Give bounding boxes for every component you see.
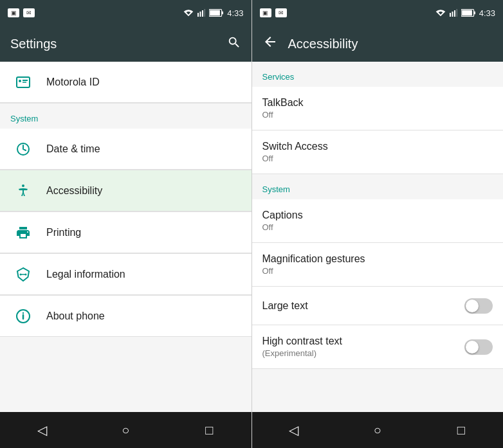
recent-button-left[interactable]: □ bbox=[190, 412, 228, 448]
back-button-right[interactable]: ◁ bbox=[275, 412, 313, 448]
notification-icon-2: ✉ bbox=[23, 8, 35, 17]
printing-text: Printing bbox=[46, 227, 81, 238]
right-panel: ▣ ✉ 4:33 Accessibility Services TalkBack… bbox=[252, 0, 504, 448]
large-text-toggle[interactable] bbox=[464, 298, 493, 314]
large-text-title: Large text bbox=[262, 300, 308, 312]
switch-access-text: Switch Access Off bbox=[262, 141, 328, 163]
list-item-accessibility[interactable]: Accessibility bbox=[0, 170, 252, 211]
svg-point-12 bbox=[22, 184, 24, 187]
about-text: About phone bbox=[46, 310, 105, 322]
time-left: 4:33 bbox=[227, 8, 243, 18]
large-text-text: Large text bbox=[262, 300, 308, 312]
svg-rect-6 bbox=[210, 10, 220, 16]
home-button-left[interactable]: ○ bbox=[106, 412, 145, 448]
search-icon[interactable] bbox=[227, 35, 241, 53]
high-contrast-toggle[interactable] bbox=[464, 339, 493, 355]
svg-rect-24 bbox=[473, 12, 475, 15]
list-item-printing[interactable]: Printing bbox=[0, 212, 252, 253]
svg-point-18 bbox=[23, 312, 24, 313]
svg-rect-1 bbox=[200, 12, 201, 17]
captions-sub: Off bbox=[262, 222, 303, 232]
top-bar-right: Accessibility bbox=[252, 26, 504, 62]
talkback-sub: Off bbox=[262, 110, 304, 120]
list-item-motorola-id[interactable]: Motorola ID bbox=[0, 62, 252, 103]
status-icons-left: ▣ ✉ bbox=[8, 8, 35, 17]
magnification-title: Magnification gestures bbox=[262, 253, 365, 265]
list-item-about[interactable]: About phone bbox=[0, 296, 252, 337]
time-right: 4:33 bbox=[479, 8, 495, 18]
high-contrast-sub: (Experimental) bbox=[262, 348, 343, 358]
switch-access-title: Switch Access bbox=[262, 141, 328, 152]
svg-rect-5 bbox=[222, 12, 223, 15]
bottom-nav-left: ◁ ○ □ bbox=[0, 412, 252, 448]
battery-icon bbox=[209, 9, 223, 17]
page-title-left: Settings bbox=[10, 37, 227, 51]
left-panel: ▣ ✉ 4:33 Settings Motorola ID System bbox=[0, 0, 252, 448]
list-item-date-time[interactable]: Date & time bbox=[0, 129, 252, 170]
svg-rect-2 bbox=[202, 10, 203, 17]
talkback-text: TalkBack Off bbox=[262, 97, 304, 120]
accessibility-icon bbox=[10, 178, 36, 204]
svg-rect-20 bbox=[452, 12, 453, 17]
svg-rect-3 bbox=[205, 9, 206, 17]
wifi-icon bbox=[183, 9, 194, 17]
svg-point-15 bbox=[25, 273, 27, 275]
accessibility-title: Accessibility bbox=[46, 185, 102, 197]
high-contrast-text: High contrast text (Experimental) bbox=[262, 336, 343, 358]
motorola-id-title: Motorola ID bbox=[46, 76, 100, 88]
left-content: Motorola ID System Date & time Accessibi… bbox=[0, 62, 252, 412]
about-title: About phone bbox=[46, 310, 105, 322]
print-icon bbox=[10, 220, 36, 246]
legal-icon bbox=[10, 262, 36, 287]
list-item-talkback[interactable]: TalkBack Off bbox=[252, 87, 504, 130]
page-title-right: Accessibility bbox=[288, 37, 493, 51]
talkback-title: TalkBack bbox=[262, 97, 304, 109]
list-item-magnification[interactable]: Magnification gestures Off bbox=[252, 243, 504, 287]
notification-icon-1: ▣ bbox=[8, 8, 19, 17]
motorola-id-text: Motorola ID bbox=[46, 76, 100, 88]
switch-access-sub: Off bbox=[262, 154, 328, 163]
section-system-left: System bbox=[0, 103, 252, 129]
back-button-left[interactable]: ◁ bbox=[23, 412, 61, 448]
status-icons-right: 4:33 bbox=[183, 8, 243, 18]
recent-button-right[interactable]: □ bbox=[442, 412, 480, 448]
svg-rect-8 bbox=[19, 80, 21, 82]
status-icons-right-left: ▣ ✉ bbox=[260, 8, 287, 17]
top-bar-left: Settings bbox=[0, 26, 252, 62]
legal-title: Legal information bbox=[46, 269, 125, 280]
motorola-id-icon bbox=[10, 69, 36, 95]
status-bar-right: ▣ ✉ 4:33 bbox=[252, 0, 504, 26]
signal-icon-right bbox=[450, 8, 457, 17]
date-time-title: Date & time bbox=[46, 143, 100, 155]
svg-rect-21 bbox=[454, 10, 455, 17]
list-item-large-text[interactable]: Large text bbox=[252, 287, 504, 325]
list-item-switch-access[interactable]: Switch Access Off bbox=[252, 130, 504, 174]
captions-text: Captions Off bbox=[262, 210, 303, 232]
status-bar-left: ▣ ✉ 4:33 bbox=[0, 0, 252, 26]
battery-icon-right bbox=[461, 9, 475, 17]
accessibility-text: Accessibility bbox=[46, 185, 102, 197]
section-services: Services bbox=[252, 62, 504, 87]
date-time-text: Date & time bbox=[46, 143, 100, 155]
list-item-legal[interactable]: Legal information bbox=[0, 254, 252, 295]
svg-rect-22 bbox=[456, 9, 457, 17]
list-item-captions[interactable]: Captions Off bbox=[252, 199, 504, 243]
right-content: Services TalkBack Off Switch Access Off … bbox=[252, 62, 504, 412]
back-button-accessibility[interactable] bbox=[262, 34, 278, 53]
status-right-right: 4:33 bbox=[435, 8, 495, 18]
printing-title: Printing bbox=[46, 227, 81, 238]
svg-rect-19 bbox=[450, 13, 451, 17]
section-system-right: System bbox=[252, 174, 504, 199]
legal-text: Legal information bbox=[46, 269, 125, 280]
svg-rect-25 bbox=[462, 10, 472, 16]
svg-rect-0 bbox=[197, 13, 199, 17]
home-button-right[interactable]: ○ bbox=[358, 412, 397, 448]
list-item-high-contrast[interactable]: High contrast text (Experimental) bbox=[252, 325, 504, 369]
about-icon bbox=[10, 303, 36, 329]
captions-title: Captions bbox=[262, 210, 303, 221]
wifi-icon-right bbox=[435, 9, 446, 17]
bottom-nav-right: ◁ ○ □ bbox=[252, 412, 504, 448]
svg-point-14 bbox=[20, 273, 22, 275]
clock-icon bbox=[10, 136, 36, 162]
signal-icon bbox=[197, 8, 205, 17]
